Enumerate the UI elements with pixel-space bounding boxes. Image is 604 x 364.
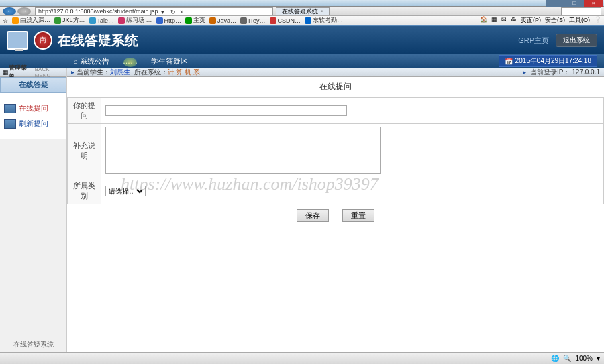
zoom-icon[interactable]: 🔍 [563,355,571,362]
bookmark-item[interactable]: 东软考勤… [305,16,343,25]
sidebar-item-ask-online[interactable]: 在线提问 [3,101,64,116]
bookmark-item[interactable]: 练习场 … [118,16,152,25]
favicon-icon [270,17,276,24]
menu-page[interactable]: 页面(P) [521,16,541,25]
favicon-icon [118,17,125,24]
bookmark-item[interactable]: Java… [209,17,236,24]
favicon-icon [185,17,192,24]
back-button[interactable]: ← [3,7,16,15]
datetime-display: 📅 2015年04月29日17:24:18 [499,55,597,67]
bullet-icon: ▸ [71,68,74,76]
main-panel: ▸ 当前学生： 刘辰生 所在系统： 计 算 机 系 ▸ 当前登录IP： 127.… [67,68,604,352]
mail-icon[interactable]: ✉ [501,16,507,25]
sub-header: ⌂系统公告 …… 学生答疑区 📅 2015年04月29日17:24:18 [0,54,604,68]
internet-icon: 🌐 [551,355,559,362]
menu-safety[interactable]: 安全(S) [545,16,565,25]
menu-announcements[interactable]: ⌂系统公告 [74,56,109,66]
zoom-dropdown-icon[interactable]: ▾ [597,355,600,362]
dept-label: 所在系统： [134,68,168,77]
calendar-icon: 📅 [505,58,513,65]
category-label: 所属类别 [68,178,101,204]
bookmark-item[interactable]: Http… [156,17,182,24]
dept-value: 计 算 机 系 [168,68,200,77]
bullet-icon: ▸ [523,68,526,76]
favicon-icon [12,17,19,24]
sidebar-item-label: 刷新提问 [19,119,48,129]
bookmark-item[interactable]: 由浅入深… [12,16,50,25]
menu-student-qa[interactable]: 学生答疑区 [151,56,188,66]
home-icon[interactable]: 🏠 [480,16,487,25]
address-bar[interactable]: http://127.0.0.1:8080/webkc/student/main… [35,7,273,15]
browser-tab[interactable]: 在线答疑系统 × [276,7,330,15]
app-header: 商 在线答疑系统 GRP主页 退出系统 [0,25,604,54]
window-title-bar: − □ × [0,0,604,7]
sidebar-item-label: 在线提问 [19,103,48,113]
favicon-icon [305,17,311,24]
student-value: 刘辰生 [110,68,130,77]
favicon-icon [54,17,61,24]
save-button[interactable]: 保存 [297,209,329,222]
browser-nav-bar: ← → http://127.0.0.1:8080/webkc/student/… [0,7,604,16]
seal-icon: 商 [34,31,52,50]
question-label: 你的提问 [68,98,101,124]
info-bar: ▸ 当前学生： 刘辰生 所在系统： 计 算 机 系 ▸ 当前登录IP： 127.… [67,68,604,77]
app-title: 在线答疑系统 [58,32,138,50]
bookmark-item[interactable]: JXL方… [54,16,85,25]
maximize-button[interactable]: □ [565,0,584,7]
sidebar-top-sub: BACK MENU [35,66,64,78]
zoom-value: 100% [575,355,593,362]
url-text: http://127.0.0.1:8080/webkc/student/main… [38,7,158,15]
favicon-icon [209,17,216,24]
grid-icon: ▦ [3,69,9,76]
menu-item-2[interactable]: …… [123,56,138,66]
student-label: 当前学生： [77,68,110,77]
tab-close-icon[interactable]: × [321,7,324,15]
button-row: 保存 重置 [67,204,604,226]
item-icon [4,119,16,129]
ip-value: 127.0.0.1 [572,68,600,76]
question-input[interactable] [105,105,347,116]
bookmarks-bar: ☆ 由浅入深… JXL方… Tale… 练习场 … Http… 主页 Java…… [0,16,604,25]
home-icon: ⌂ [74,58,78,65]
category-select[interactable]: 请选择… [105,186,146,196]
bookmark-item[interactable]: CSDN… [270,17,301,24]
sidebar: ▦ 管理菜单 BACK MENU 在线答疑 在线提问 刷新提问 在线答疑系统 [0,68,67,352]
refresh-icon[interactable]: ↻ [170,8,179,15]
reset-button[interactable]: 重置 [342,209,374,222]
bookmark-item[interactable]: 主页 [185,16,205,25]
bookmark-item[interactable]: Tale… [89,17,115,24]
monitor-icon [7,31,28,50]
content-area: ▦ 管理菜单 BACK MENU 在线答疑 在线提问 刷新提问 在线答疑系统 ▸… [0,68,604,352]
ip-label: 当前登录IP： [530,68,570,76]
item-icon [4,104,16,113]
header-link[interactable]: GRP主页 [518,36,549,46]
favorites-icon[interactable]: ☆ [3,17,8,24]
description-textarea[interactable] [105,127,381,174]
favicon-icon [89,17,96,24]
dropdown-icon[interactable]: ▾ [161,8,169,15]
tab-title: 在线答疑系统 [282,7,318,15]
close-button[interactable]: × [584,0,603,7]
exit-button[interactable]: 退出系统 [556,34,597,47]
favicon-icon [156,17,163,24]
help-icon[interactable]: ❔ [594,16,601,25]
sidebar-item-refresh[interactable]: 刷新提问 [3,116,64,131]
sidebar-header[interactable]: 在线答疑 [0,77,66,93]
browser-search-input[interactable] [561,7,601,15]
menu-tools[interactable]: 工具(O) [569,16,590,25]
desc-label: 补充说明 [68,124,101,178]
bookmark-item[interactable]: ITey… [240,17,266,24]
forward-button[interactable]: → [17,7,31,15]
form-title: 在线提问 [67,77,604,97]
print-icon[interactable]: 🖶 [511,16,517,25]
feed-icon[interactable]: ▦ [491,16,497,25]
stop-icon[interactable]: × [180,8,188,15]
sidebar-top: ▦ 管理菜单 BACK MENU [0,68,66,77]
status-bar: 🌐 🔍 100% ▾ [0,352,604,364]
minimize-button[interactable]: − [546,0,565,7]
favicon-icon [240,17,247,24]
sidebar-footer: 在线答疑系统 [0,337,66,352]
question-form: 你的提问 补充说明 所属类别 请选择… [67,97,604,204]
